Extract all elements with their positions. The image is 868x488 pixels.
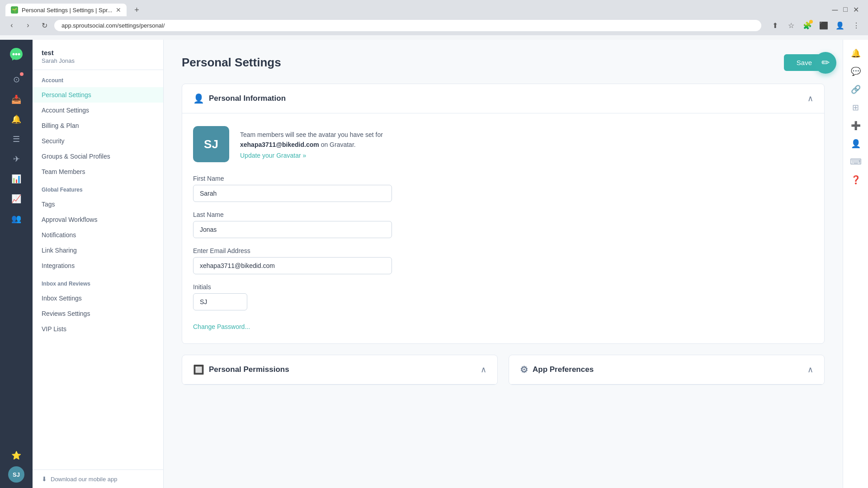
avatar-email: xehapa3711@bikedid.com	[240, 141, 319, 148]
initials-input[interactable]	[193, 293, 247, 310]
sidebar-header: test Sarah Jonas	[33, 40, 163, 70]
sidebar-item-team-members[interactable]: Team Members	[33, 164, 163, 179]
permissions-card-collapse-button[interactable]: ∧	[481, 365, 486, 375]
sidebar-item-security[interactable]: Security	[33, 133, 163, 149]
forward-button[interactable]: ›	[22, 19, 34, 32]
email-group: Enter Email Address	[193, 247, 813, 274]
email-input[interactable]	[193, 257, 392, 274]
float-messages-icon[interactable]: 💬	[848, 63, 864, 80]
address-bar[interactable]: app.sproutsocial.com/settings/personal/	[54, 20, 761, 31]
sidebar-item-account-settings[interactable]: Account Settings	[33, 103, 163, 118]
app-preferences-header: ⚙ App Preferences ∧	[509, 355, 824, 385]
rail-analytics-icon[interactable]: 📊	[7, 170, 25, 188]
icon-rail: ⊙ 📥 🔔 ☰ ✈ 📊 📈 👥 ⭐ SJ	[0, 40, 33, 488]
float-grid-icon[interactable]: ⊞	[848, 99, 864, 116]
avatar-description: Team members will see the avatar you hav…	[240, 126, 383, 159]
personal-information-card-body: SJ Team members will see the avatar you …	[182, 113, 824, 343]
sidebar-section-account: Account	[33, 70, 163, 87]
share-icon[interactable]: ⬆	[769, 19, 781, 32]
main-content: Personal Settings Save 👤 Personal Inform…	[164, 40, 843, 488]
sidebar-item-inbox-settings[interactable]: Inbox Settings	[33, 291, 163, 306]
menu-icon[interactable]: ⋮	[850, 19, 863, 32]
email-label: Enter Email Address	[193, 247, 813, 254]
float-notifications-icon[interactable]: 🔔	[848, 45, 864, 61]
compose-button[interactable]: ✏	[815, 52, 836, 74]
reload-button[interactable]: ↻	[38, 19, 51, 32]
url-text: app.sproutsocial.com/settings/personal/	[61, 22, 165, 29]
back-button[interactable]: ‹	[5, 19, 18, 32]
sidebar-item-groups-social-profiles[interactable]: Groups & Social Profiles	[33, 149, 163, 164]
window-minimize-button[interactable]: ─	[832, 5, 838, 15]
browser-chrome: 🌱 Personal Settings | Settings | Spr... …	[0, 0, 868, 35]
tab-close-button[interactable]: ✕	[116, 6, 121, 14]
app-wrapper: ⊙ 📥 🔔 ☰ ✈ 📊 📈 👥 ⭐ SJ test Sarah Jonas Ac…	[0, 40, 868, 488]
personal-permissions-card: 🔲 Personal Permissions ∧	[182, 355, 498, 385]
svg-point-0	[13, 53, 15, 56]
user-name: Sarah Jonas	[42, 57, 154, 64]
browser-title-bar: 🌱 Personal Settings | Settings | Spr... …	[0, 0, 868, 16]
personal-permissions-header: 🔲 Personal Permissions ∧	[182, 355, 497, 385]
float-add-icon[interactable]: ➕	[848, 117, 864, 134]
page-title: Personal Settings	[182, 56, 281, 70]
sidebar-item-approval-workflows[interactable]: Approval Workflows	[33, 212, 163, 227]
rail-inbox-icon[interactable]: 📥	[7, 90, 25, 108]
sidebar-item-notifications[interactable]: Notifications	[33, 227, 163, 243]
float-keyboard-icon[interactable]: ⌨	[848, 154, 864, 170]
app-logo[interactable]	[7, 45, 25, 63]
window-maximize-button[interactable]: □	[843, 5, 848, 15]
account-name: test	[42, 49, 154, 56]
compose-icon: ✏	[821, 57, 830, 69]
bookmark-icon[interactable]: ☆	[785, 19, 797, 32]
sidebar-item-vip-lists[interactable]: VIP Lists	[33, 321, 163, 337]
browser-nav-bar: ‹ › ↻ app.sproutsocial.com/settings/pers…	[0, 16, 868, 35]
preferences-icon: ⚙	[520, 364, 528, 375]
permissions-icon: 🔲	[193, 364, 204, 375]
window-close-button[interactable]: ✕	[853, 5, 859, 15]
avatar-large: SJ	[193, 126, 229, 162]
rail-team-icon[interactable]: 👥	[7, 210, 25, 228]
personal-information-card-header: 👤 Personal Information ∧	[182, 84, 824, 113]
card-collapse-button[interactable]: ∧	[807, 94, 813, 103]
rail-reports-icon[interactable]: 📈	[7, 190, 25, 208]
app-preferences-title: ⚙ App Preferences	[520, 364, 594, 375]
update-gravatar-link[interactable]: Update your Gravatar »	[240, 152, 383, 159]
sidebar-item-tags[interactable]: Tags	[33, 197, 163, 212]
float-user-icon[interactable]: 👤	[848, 136, 864, 152]
browser-tab[interactable]: 🌱 Personal Settings | Settings | Spr... …	[5, 4, 127, 16]
rail-send-icon[interactable]: ✈	[7, 150, 25, 168]
rail-list-icon[interactable]: ☰	[7, 130, 25, 148]
sidebar-item-integrations[interactable]: Integrations	[33, 258, 163, 273]
sidebar-toggle-icon[interactable]: ⬛	[817, 19, 830, 32]
preferences-card-collapse-button[interactable]: ∧	[807, 365, 813, 375]
first-name-label: First Name	[193, 175, 813, 182]
sidebar-item-reviews-settings[interactable]: Reviews Settings	[33, 306, 163, 321]
float-link-icon[interactable]: 🔗	[848, 81, 864, 98]
rail-star-icon[interactable]: ⭐	[7, 446, 25, 465]
rail-search-icon[interactable]: ⊙	[7, 70, 25, 89]
initials-group: Initials	[193, 283, 813, 310]
extensions-icon[interactable]: 🧩	[801, 19, 814, 32]
download-mobile-app-button[interactable]: ⬇ Download our mobile app	[33, 469, 163, 488]
sidebar-item-link-sharing[interactable]: Link Sharing	[33, 243, 163, 258]
first-name-group: First Name	[193, 175, 813, 202]
sidebar-section-inbox-reviews: Inbox and Reviews	[33, 273, 163, 291]
svg-point-1	[15, 53, 18, 56]
sidebar-scroll: Account Personal Settings Account Settin…	[33, 70, 163, 469]
svg-point-2	[18, 53, 20, 56]
download-label: Download our mobile app	[51, 476, 117, 483]
last-name-input[interactable]	[193, 221, 392, 238]
personal-information-title: 👤 Personal Information	[193, 93, 286, 104]
rail-notifications-icon[interactable]: 🔔	[7, 110, 25, 128]
tab-favicon: 🌱	[11, 6, 18, 14]
sidebar-item-personal-settings[interactable]: Personal Settings	[33, 87, 163, 103]
change-password-link[interactable]: Change Password...	[193, 323, 250, 330]
rail-user-avatar[interactable]: SJ	[8, 466, 24, 483]
first-name-input[interactable]	[193, 185, 392, 202]
profile-icon[interactable]: 👤	[834, 19, 846, 32]
float-help-icon[interactable]: ❓	[848, 172, 864, 188]
sidebar-item-billing-plan[interactable]: Billing & Plan	[33, 118, 163, 133]
new-tab-button[interactable]: +	[130, 4, 143, 16]
avatar-desc-suffix: on Gravatar.	[321, 141, 356, 148]
initials-label: Initials	[193, 283, 813, 291]
sidebar-section-global-features: Global Features	[33, 179, 163, 197]
